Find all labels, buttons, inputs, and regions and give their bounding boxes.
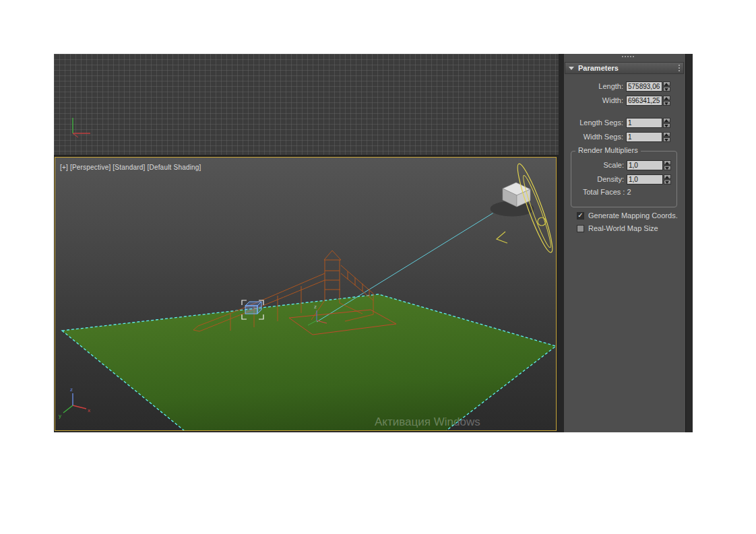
pivot-z-label: z	[314, 304, 317, 310]
check-icon: ✓	[577, 212, 583, 219]
width-segs-input[interactable]	[626, 132, 662, 142]
world-axis-tripod: x y z	[59, 387, 90, 419]
panel-splitter-handle[interactable]	[622, 56, 634, 57]
scale-spinner[interactable]	[664, 160, 671, 170]
target-line	[317, 198, 517, 322]
command-panel: Parameters Length: Width: Length Segs:	[564, 54, 685, 432]
parameters-rollout-header[interactable]: Parameters	[565, 62, 684, 74]
panel-scrollbar[interactable]	[685, 54, 693, 432]
length-label: Length:	[564, 82, 623, 90]
length-input[interactable]	[626, 81, 662, 92]
spinner-up-icon[interactable]	[663, 132, 670, 137]
density-label: Density:	[565, 175, 624, 183]
width-row: Width:	[564, 95, 670, 106]
length-segs-label: Length Segs:	[564, 119, 623, 127]
application-window: [+] [Perspective] [Standard] [Default Sh…	[54, 54, 693, 432]
generate-mapping-coords-checkbox[interactable]: ✓	[577, 212, 584, 220]
width-segs-row: Width Segs:	[564, 131, 670, 142]
rollout-grip-icon	[679, 65, 680, 66]
length-segs-input[interactable]	[626, 118, 662, 128]
spinner-down-icon[interactable]	[663, 87, 670, 92]
spinner-down-icon[interactable]	[664, 180, 671, 185]
rollout-open-arrow-icon	[569, 67, 574, 70]
width-segs-spinner[interactable]	[663, 132, 670, 142]
spinner-down-icon[interactable]	[663, 101, 670, 106]
total-faces-text: Total Faces : 2	[583, 188, 631, 196]
perspective-viewport[interactable]: [+] [Perspective] [Standard] [Default Sh…	[55, 157, 557, 431]
length-segs-spinner[interactable]	[663, 118, 670, 128]
rollout-title: Parameters	[578, 64, 619, 72]
scale-input[interactable]	[627, 160, 663, 170]
spinner-up-icon[interactable]	[664, 160, 671, 165]
spinner-up-icon[interactable]	[664, 174, 671, 179]
scale-label: Scale:	[565, 161, 624, 169]
generate-mapping-coords-label: Generate Mapping Coords.	[588, 211, 678, 220]
real-world-map-size-label: Real-World Map Size	[588, 224, 658, 232]
render-multipliers-group: Render Multipliers Scale: Density: Total…	[571, 151, 677, 207]
real-world-map-size-row: Real-World Map Size	[577, 224, 658, 233]
viewport-label[interactable]: [+] [Perspective] [Standard] [Default Sh…	[60, 164, 201, 171]
generate-mapping-coords-row: ✓ Generate Mapping Coords.	[577, 211, 678, 220]
length-spinner[interactable]	[663, 81, 670, 92]
ground-plane[interactable]	[62, 294, 556, 430]
windows-activation-watermark: Активация Windows	[375, 415, 480, 429]
scale-row: Scale:	[565, 160, 671, 170]
spinner-down-icon[interactable]	[663, 123, 670, 128]
width-segs-label: Width Segs:	[564, 133, 623, 141]
axis-gizmo-top	[67, 113, 97, 140]
length-segs-row: Length Segs:	[564, 117, 670, 128]
width-label: Width:	[564, 96, 623, 104]
spinner-up-icon[interactable]	[663, 96, 670, 100]
length-row: Length:	[564, 81, 670, 92]
spinner-up-icon[interactable]	[663, 81, 670, 86]
spinner-up-icon[interactable]	[663, 118, 670, 123]
group-title: Render Multipliers	[575, 146, 641, 154]
spinner-down-icon[interactable]	[663, 137, 670, 142]
width-input[interactable]	[626, 96, 662, 106]
top-viewport[interactable]	[54, 54, 559, 156]
axis-x-label: x	[88, 407, 90, 413]
axis-z-label: z	[70, 387, 73, 393]
spinner-down-icon[interactable]	[664, 166, 671, 170]
density-input[interactable]	[627, 174, 663, 185]
width-spinner[interactable]	[663, 96, 670, 106]
density-spinner[interactable]	[664, 174, 671, 185]
scene-3d[interactable]: z	[55, 158, 556, 430]
selected-box-object[interactable]	[245, 302, 261, 314]
real-world-map-size-checkbox[interactable]	[577, 225, 584, 232]
axis-y-label: y	[59, 413, 61, 419]
density-row: Density:	[565, 174, 671, 185]
